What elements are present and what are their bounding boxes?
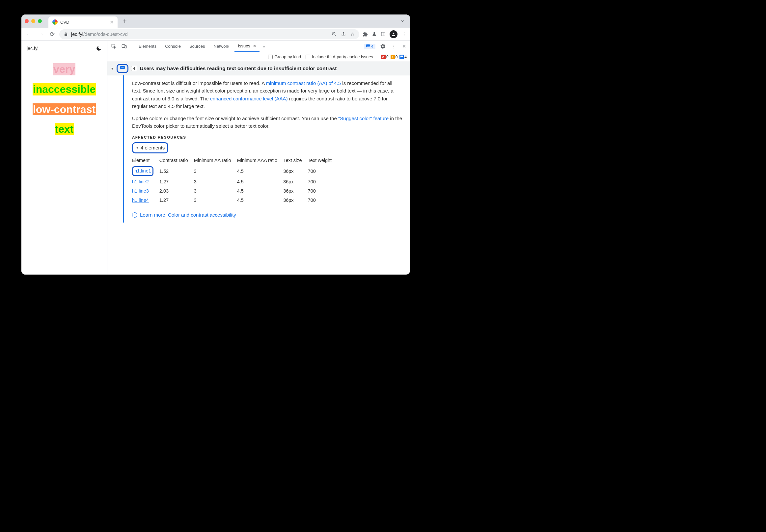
- inspect-icon[interactable]: [110, 44, 118, 49]
- maximize-window-button[interactable]: [38, 19, 42, 23]
- col-contrast: Contrast ratio: [159, 155, 194, 165]
- affected-elements-table: Element Contrast ratio Minimum AA ratio …: [132, 155, 337, 205]
- forward-button[interactable]: →: [37, 31, 45, 38]
- new-tab-button[interactable]: +: [120, 17, 129, 25]
- group-by-kind-checkbox[interactable]: Group by kind: [268, 54, 301, 59]
- theme-toggle-icon[interactable]: [96, 45, 102, 51]
- labs-icon[interactable]: [372, 32, 377, 37]
- sample-text-1: very: [53, 63, 75, 75]
- tab-network[interactable]: Network: [210, 41, 233, 52]
- url-text: jec.fyi/demo/cds-quest-cvd: [71, 32, 128, 37]
- table-row: h1.line3 2.03 3 4.5 36px 700: [132, 186, 337, 196]
- tab-issues[interactable]: Issues✕: [234, 41, 259, 52]
- zoom-icon[interactable]: [331, 32, 336, 37]
- address-bar[interactable]: jec.fyi/demo/cds-quest-cvd ☆: [59, 29, 359, 39]
- browser-toolbar-icons: ⋮: [362, 30, 407, 38]
- issue-description-1: Low-contrast text is difficult or imposs…: [132, 79, 403, 110]
- svg-line-1: [334, 35, 336, 36]
- table-row: h1.line4 1.27 3 4.5 36px 700: [132, 196, 337, 205]
- issue-title: Users may have difficulties reading text…: [140, 66, 337, 71]
- reload-button[interactable]: ⟳: [48, 31, 56, 38]
- element-link[interactable]: h1.line1: [134, 168, 151, 173]
- link-suggest-color[interactable]: "Suggest color" feature: [338, 116, 389, 121]
- svg-point-6: [393, 33, 395, 34]
- affected-resources-label: AFFECTED RESOURCES: [132, 135, 403, 141]
- url-bar: ← → ⟳ jec.fyi/demo/cds-quest-cvd ☆ ⋮: [21, 28, 410, 41]
- elements-disclosure[interactable]: ▼ 4 elements: [132, 142, 168, 153]
- minimize-window-button[interactable]: [31, 19, 35, 23]
- col-weight: Text weight: [308, 155, 338, 165]
- learn-more-link[interactable]: Learn more: Color and contrast accessibi…: [140, 211, 236, 219]
- svg-rect-9: [125, 45, 126, 48]
- tab-console[interactable]: Console: [162, 41, 184, 52]
- col-size: Text size: [283, 155, 307, 165]
- window-controls: [25, 19, 42, 23]
- tab-close-icon[interactable]: ✕: [110, 19, 114, 25]
- col-element: Element: [132, 155, 159, 165]
- third-party-checkbox[interactable]: Include third-party cookie issues: [305, 54, 373, 59]
- site-label: jec.fyi: [27, 46, 39, 51]
- chrome-menu-icon[interactable]: ⋮: [402, 31, 407, 37]
- learn-more: → Learn more: Color and contrast accessi…: [132, 211, 403, 219]
- table-row: h1.line1 1.52 3 4.5 36px 700: [132, 165, 337, 177]
- elements-triangle-icon: ▼: [136, 145, 139, 150]
- issue-body: Low-contrast text is difficult or imposs…: [107, 75, 410, 223]
- tab-overflow-icon[interactable]: [400, 19, 407, 23]
- issue-header[interactable]: ▼ 4 Users may have difficulties reading …: [107, 62, 410, 75]
- reading-list-icon[interactable]: [381, 32, 386, 37]
- issue-type-counts: ✕0 !0 4: [378, 55, 407, 59]
- close-window-button[interactable]: [25, 19, 29, 23]
- errors-count[interactable]: ✕0: [381, 55, 389, 59]
- device-toggle-icon[interactable]: [120, 44, 128, 49]
- link-aa-ratio[interactable]: minimum contrast ratio (AA) of 4.5: [266, 80, 341, 86]
- browser-tab[interactable]: CVD ✕: [48, 16, 118, 28]
- browser-window: CVD ✕ + ← → ⟳ jec.fyi/demo/cds-quest-cvd…: [21, 14, 410, 275]
- link-aaa-level[interactable]: enhanced conformance level (AAA): [210, 96, 288, 101]
- tabs-overflow-icon[interactable]: »: [261, 44, 266, 49]
- sample-text-4: text: [55, 123, 74, 135]
- svg-rect-8: [122, 44, 125, 47]
- arrow-circle-icon: →: [132, 212, 137, 218]
- tab-elements[interactable]: Elements: [135, 41, 160, 52]
- issue-count-badge: 4: [131, 66, 137, 71]
- profile-avatar[interactable]: [390, 30, 398, 38]
- issues-filter-bar: Group by kind Include third-party cookie…: [107, 52, 410, 62]
- issue-kind-badge: [117, 64, 128, 73]
- favicon-icon: [52, 19, 58, 25]
- message-icon: [119, 66, 125, 71]
- settings-icon[interactable]: [379, 43, 387, 49]
- devtools-tabstrip: Elements Console Sources Network Issues✕…: [107, 41, 410, 52]
- element-link[interactable]: h1.line3: [132, 188, 149, 194]
- col-aa: Minimum AA ratio: [194, 155, 237, 165]
- sample-text-3: low-contrast: [33, 103, 96, 116]
- share-icon[interactable]: [341, 32, 346, 37]
- extensions-icon[interactable]: [362, 32, 368, 37]
- table-row: h1.line2 1.27 3 4.5 36px 700: [132, 177, 337, 186]
- element-link[interactable]: h1.line4: [132, 198, 149, 203]
- rendered-page: jec.fyi very inaccessible low-contrast t…: [21, 41, 107, 275]
- element-link[interactable]: h1.line2: [132, 179, 149, 184]
- issue-description-2: Update colors or change the font size or…: [132, 115, 403, 130]
- expand-triangle-icon[interactable]: ▼: [111, 67, 114, 70]
- devtools-panel: Elements Console Sources Network Issues✕…: [107, 41, 410, 275]
- info-count[interactable]: 4: [400, 55, 407, 59]
- lock-icon: [64, 32, 68, 37]
- devtools-menu-icon[interactable]: ⋮: [390, 44, 398, 49]
- tab-title: CVD: [60, 20, 69, 25]
- main-area: jec.fyi very inaccessible low-contrast t…: [21, 41, 410, 275]
- devtools-close-icon[interactable]: ✕: [401, 44, 408, 49]
- sample-text-2: inaccessible: [33, 83, 96, 95]
- bookmark-icon[interactable]: ☆: [350, 32, 355, 37]
- back-button[interactable]: ←: [25, 31, 33, 38]
- col-aaa: Minimum AAA ratio: [237, 155, 283, 165]
- warnings-count[interactable]: !0: [391, 55, 398, 59]
- issues-count-badge[interactable]: 4: [364, 44, 375, 49]
- titlebar: CVD ✕ +: [21, 14, 410, 28]
- tab-sources[interactable]: Sources: [186, 41, 208, 52]
